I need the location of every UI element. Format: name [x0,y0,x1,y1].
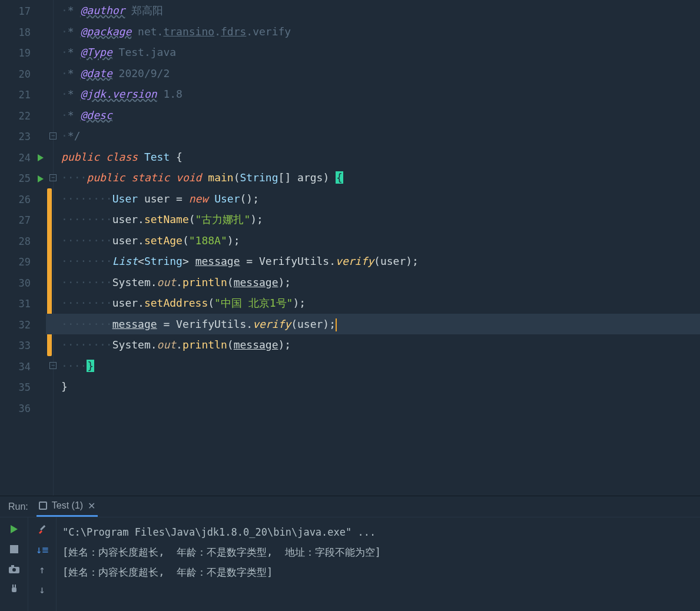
line-number-gutter[interactable]: 1718192021222324252627282930313233343536 [0,0,46,496]
code-line[interactable]: ·* @Type Test.java [46,42,700,63]
fold-icon[interactable]: − [49,174,57,181]
rerun-icon[interactable] [8,523,20,535]
fold-icon[interactable]: − [49,132,57,140]
code-line[interactable]: ····}− [46,356,700,377]
code-line[interactable]: ········System.out.println(message); [46,334,700,356]
svg-rect-7 [15,585,16,587]
close-icon[interactable]: ✕ [88,500,95,512]
code-line[interactable]: ·* @jdk.version 1.8 [46,84,700,105]
run-toolbar-primary [0,517,28,611]
line-number[interactable]: 17 [0,1,46,22]
console-output[interactable]: "C:\Program Files\Java\jdk1.8.0_20\bin\j… [57,517,700,611]
run-gutter-icon[interactable] [38,175,44,182]
run-body: ↓≡ ↑ ↓ "C:\Program Files\Java\jdk1.8.0_2… [0,517,700,611]
line-number[interactable]: 22 [0,106,46,127]
code-editor[interactable]: 1718192021222324252627282930313233343536… [0,0,700,496]
code-line[interactable]: ·* @desc [46,105,700,126]
run-tab-name: Test (1) [52,500,83,511]
svg-rect-6 [12,585,14,587]
line-number[interactable]: 24 [0,148,46,169]
svg-rect-4 [11,565,14,567]
brush-icon[interactable] [37,523,48,535]
line-number[interactable]: 28 [0,231,46,253]
line-number[interactable]: 27 [0,210,46,231]
line-number[interactable]: 25 [0,168,46,190]
line-number[interactable]: 30 [0,273,46,294]
run-label: Run: [8,502,28,512]
camera-icon[interactable] [8,563,20,575]
svg-rect-8 [40,525,45,530]
plug-icon[interactable] [8,583,20,595]
code-area[interactable]: ·* @author 郑高阳·* @package net.transino.f… [46,0,700,496]
code-line[interactable]: ········System.out.println(message); [46,272,700,293]
code-line[interactable]: ····public static void main(String[] arg… [46,167,700,188]
code-line[interactable]: public class Test { [46,147,700,168]
line-number[interactable]: 35 [0,377,46,399]
sort-icon[interactable]: ↓≡ [37,543,48,555]
code-line[interactable]: } [46,376,700,397]
line-number[interactable]: 20 [0,64,46,85]
code-line[interactable]: ········List<String> message = VerifyUti… [46,251,700,272]
line-number[interactable]: 19 [0,43,46,64]
down-arrow-icon[interactable]: ↓ [37,583,48,595]
code-line[interactable]: ········User user = new User(); [46,188,700,210]
console-line: "C:\Program Files\Java\jdk1.8.0_20\bin\j… [62,522,694,542]
run-gutter-icon[interactable] [38,154,44,161]
code-line[interactable]: ·* @date 2020/9/2 [46,63,700,84]
line-number[interactable]: 33 [0,336,46,357]
run-panel-header: Run: Test (1) ✕ [0,496,700,517]
line-number[interactable]: 34 [0,357,46,378]
line-number[interactable]: 21 [0,85,46,106]
console-line: [姓名：内容长度超长, 年龄：不是数字类型, 地址：字段不能为空] [62,542,694,562]
code-line[interactable]: ········user.setAddress("中国 北京1号"); [46,293,700,314]
line-number[interactable]: 26 [0,190,46,211]
run-tab[interactable]: Test (1) ✕ [37,496,98,517]
code-line[interactable]: ········message = VerifyUtils.verify(use… [46,314,700,335]
code-line[interactable]: ········user.setName("古力娜扎"); [46,209,700,230]
run-toolbar-secondary: ↓≡ ↑ ↓ [28,517,57,611]
line-number[interactable]: 31 [0,294,46,315]
line-number[interactable]: 32 [0,315,46,336]
up-arrow-icon[interactable]: ↑ [37,563,48,575]
console-line: [姓名：内容长度超长, 年龄：不是数字类型] [62,562,694,582]
line-number[interactable]: 18 [0,22,46,44]
stop-icon[interactable] [8,543,20,555]
code-line[interactable] [46,397,700,419]
svg-rect-5 [12,587,16,592]
line-number[interactable]: 23 [0,127,46,148]
line-number[interactable]: 36 [0,399,46,420]
svg-point-3 [12,568,16,572]
svg-marker-0 [11,525,18,533]
run-tab-icon [39,502,47,510]
svg-rect-1 [10,545,18,553]
line-number[interactable]: 29 [0,252,46,273]
code-line[interactable]: ·* @package net.transino.fdrs.verify [46,21,700,42]
fold-icon[interactable]: − [49,362,57,369]
code-line[interactable]: ·*/− [46,125,700,147]
code-line[interactable]: ········user.setAge("188A"); [46,230,700,251]
code-line[interactable]: ·* @author 郑高阳 [46,0,700,21]
run-panel: Run: Test (1) ✕ ↓≡ ↑ ↓ "C:\Program Files… [0,496,700,611]
